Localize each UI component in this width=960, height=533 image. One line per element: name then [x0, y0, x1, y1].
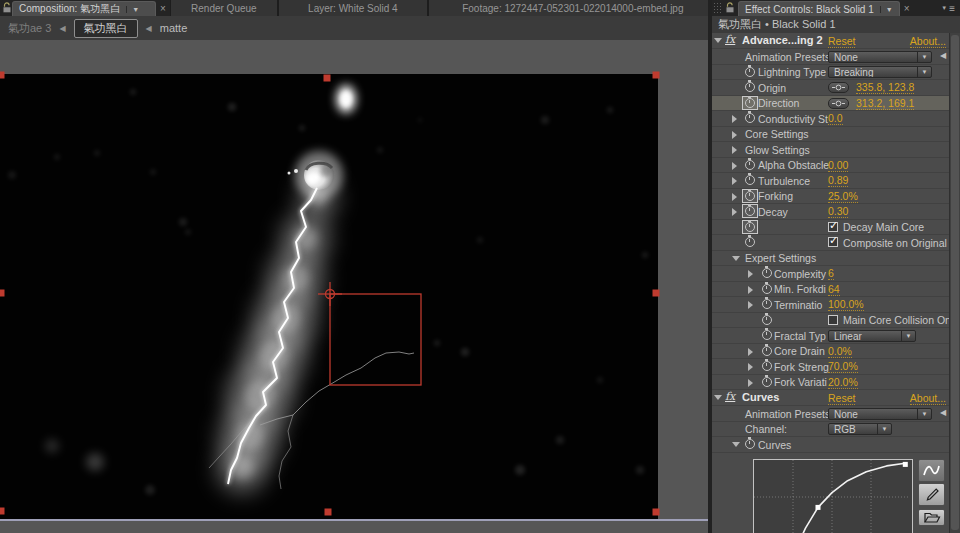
lock-icon[interactable] [2, 0, 12, 16]
chevron-down-icon[interactable]: ▼ [917, 52, 931, 62]
property-row-complexity[interactable]: Complexity6 [712, 266, 960, 282]
terminatio-value[interactable]: 100.0% [828, 298, 864, 311]
stopwatch-icon[interactable] [745, 237, 755, 247]
property-row-channel[interactable]: Channel:RGB▼ [712, 422, 960, 438]
layer-handle[interactable] [653, 290, 660, 297]
twirl-icon[interactable] [732, 177, 737, 185]
fork-streng-value[interactable]: 70.0% [828, 360, 858, 373]
stopwatch-icon[interactable] [745, 67, 755, 77]
panel-menu-icon[interactable]: ▼≡ [936, 0, 960, 16]
close-icon[interactable]: × [156, 0, 170, 16]
tab-layer[interactable]: Layer: White Solid 4 [278, 0, 428, 16]
complexity-value[interactable]: 6 [828, 267, 834, 280]
property-row-decay[interactable]: Decay0.30 [712, 204, 960, 220]
effect-point-button[interactable] [828, 98, 849, 109]
close-icon[interactable]: × [900, 0, 914, 16]
twirl-icon[interactable] [748, 363, 753, 371]
layer-handle[interactable] [324, 75, 331, 82]
property-row-forking[interactable]: Forking25.0% [712, 189, 960, 205]
fork-variati-value[interactable]: 20.0% [828, 376, 858, 389]
tab-effect-controls[interactable]: Effect Controls: Black Solid 1 ▼ [738, 1, 900, 16]
direction-value[interactable]: 313.2, 169.1 [856, 97, 914, 110]
reset-link[interactable]: Reset [828, 392, 855, 405]
twirl-icon[interactable] [714, 38, 722, 43]
decay-value[interactable]: 0.30 [828, 205, 848, 218]
stopwatch-icon[interactable] [745, 222, 755, 232]
chevron-down-icon[interactable]: ▼ [917, 67, 931, 77]
property-row-composite-on-original[interactable]: Composite on Original [712, 235, 960, 251]
animation-presets-dropdown[interactable]: None▼ [828, 51, 932, 63]
alpha-obstacle-value[interactable]: 0.00 [828, 159, 848, 172]
composition-viewer[interactable] [0, 40, 708, 533]
main-core-collision-onl-checkbox[interactable] [828, 315, 838, 325]
property-row-direction[interactable]: Direction313.2, 169.1 [712, 96, 960, 112]
property-row-min-forkdi[interactable]: Min. Forkdi64 [712, 282, 960, 298]
chevron-down-icon[interactable]: ▼ [126, 6, 139, 13]
property-row-fractal-typ[interactable]: Fractal TypLinear▼ [712, 328, 960, 344]
stopwatch-icon[interactable] [745, 82, 755, 92]
twirl-icon[interactable] [748, 348, 753, 356]
property-row-decay-main-core[interactable]: Decay Main Core [712, 220, 960, 236]
stopwatch-icon[interactable] [762, 346, 772, 356]
core-drain-value[interactable]: 0.0% [828, 345, 852, 358]
layer-handle[interactable] [0, 290, 5, 297]
curve-graph[interactable] [753, 459, 913, 533]
property-row-fork-streng[interactable]: Fork Streng70.0% [712, 359, 960, 375]
twirl-icon[interactable] [732, 131, 737, 139]
property-row-main-core-collision-onl[interactable]: Main Core Collision Onl [712, 313, 960, 329]
property-row-glow-settings[interactable]: Glow Settings [712, 142, 960, 158]
stopwatch-icon[interactable] [762, 361, 772, 371]
stopwatch-icon[interactable] [745, 191, 755, 201]
property-row-origin[interactable]: Origin335.8, 123.8 [712, 80, 960, 96]
fractal-typ-dropdown[interactable]: Linear▼ [828, 330, 916, 342]
stopwatch-icon[interactable] [745, 175, 755, 185]
twirl-icon[interactable] [732, 162, 737, 170]
stopwatch-icon[interactable] [745, 113, 755, 123]
stopwatch-icon[interactable] [762, 330, 772, 340]
stopwatch-icon[interactable] [762, 268, 772, 278]
twirl-icon[interactable] [748, 286, 753, 294]
about-link[interactable]: About... [910, 392, 946, 405]
twirl-icon[interactable] [732, 256, 740, 261]
layer-handle[interactable] [0, 508, 5, 515]
property-row-curves[interactable]: Curves [712, 437, 960, 453]
twirl-icon[interactable] [748, 379, 753, 387]
effect-point-button[interactable] [828, 82, 849, 93]
rgb-curve[interactable] [770, 463, 907, 533]
vertical-scrollbar[interactable] [949, 33, 960, 533]
twirl-icon[interactable] [748, 270, 753, 278]
stopwatch-icon[interactable] [745, 206, 755, 216]
scrollbar-thumb[interactable] [951, 35, 959, 530]
stopwatch-keyframe-box[interactable] [742, 220, 758, 234]
tab-render-queue[interactable]: Render Queue [170, 0, 278, 16]
twirl-icon[interactable] [732, 442, 740, 447]
property-row-turbulence[interactable]: Turbulence0.89 [712, 173, 960, 189]
property-row-fork-variati[interactable]: Fork Variati20.0% [712, 375, 960, 391]
pencil-tool-button[interactable] [918, 483, 945, 506]
breadcrumb-item-ae-3[interactable]: 氣功ae 3 [8, 21, 51, 36]
lightning-type-dropdown[interactable]: Breaking▼ [828, 66, 932, 78]
stopwatch-icon[interactable] [762, 284, 772, 294]
property-row-conductivity-st[interactable]: Conductivity St0.0 [712, 111, 960, 127]
stopwatch-icon[interactable] [745, 439, 755, 449]
animation-presets-dropdown[interactable]: None▼ [828, 408, 932, 420]
min-forkdi-value[interactable]: 64 [828, 283, 840, 296]
channel-dropdown[interactable]: RGB▼ [828, 423, 892, 435]
twirl-icon[interactable] [732, 115, 737, 123]
property-row-alpha-obstacle[interactable]: Alpha Obstacle0.00 [712, 158, 960, 174]
conductivity-st-value[interactable]: 0.0 [828, 112, 843, 125]
breadcrumb-item-item[interactable]: 氣功黑白 [74, 19, 138, 38]
stopwatch-icon[interactable] [762, 315, 772, 325]
origin-value[interactable]: 335.8, 123.8 [856, 81, 914, 94]
stopwatch-keyframe-box[interactable] [742, 204, 758, 218]
stopwatch-keyframe-box[interactable] [742, 189, 758, 203]
chevron-down-icon[interactable]: ▼ [880, 6, 893, 13]
open-tool-button[interactable] [918, 509, 945, 526]
stopwatch-icon[interactable] [762, 299, 772, 309]
twirl-icon[interactable] [732, 208, 737, 216]
lock-icon[interactable] [722, 0, 738, 16]
reset-link[interactable]: Reset [828, 35, 855, 48]
property-row-expert-settings[interactable]: Expert Settings [712, 251, 960, 267]
property-row-core-drain[interactable]: Core Drain0.0% [712, 344, 960, 360]
composite-on-original-checkbox[interactable] [828, 237, 838, 247]
